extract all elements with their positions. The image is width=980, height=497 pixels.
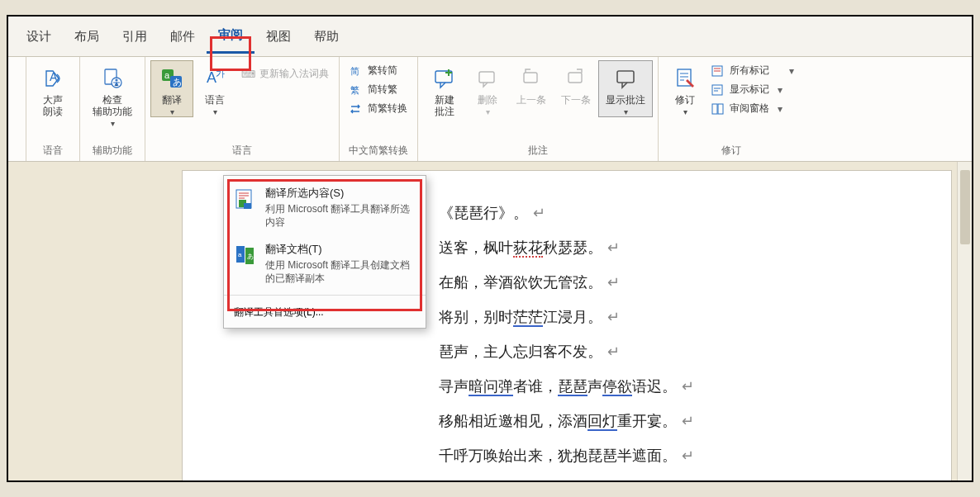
svg-text:가: 가 [216,69,225,78]
show-markup-dropdown[interactable]: 显示标记 ▾ [711,83,794,97]
translate-selection-item[interactable]: 翻译所选内容(S) 利用 Microsoft 翻译工具翻译所选内容 [234,184,416,230]
svg-text:あ: あ [173,77,182,87]
svg-rect-19 [712,85,722,95]
check-accessibility-button[interactable]: 检查 辅助功能 ▾ [85,60,140,129]
svg-rect-16 [617,71,634,83]
next-comment-icon [562,64,590,92]
dd-item-title: 翻译文档(T) [265,242,416,257]
to-simplified-button[interactable]: 简 繁转简 [350,64,407,78]
chevron-down-icon: ▾ [111,119,115,128]
svg-rect-21 [718,104,723,114]
track-changes-button[interactable]: 修订 ▾ [664,60,706,117]
tab-references[interactable]: 引用 [111,21,159,53]
translate-dropdown: 翻译所选内容(S) 利用 Microsoft 翻译工具翻译所选内容 aあ 翻译文… [223,175,426,329]
dropdown-separator [224,295,426,296]
traditional-icon: 繁 [350,83,363,97]
translate-button[interactable]: aあ 翻译 ▾ [150,60,193,117]
reviewing-pane-icon [711,102,725,116]
doc-line: 送客，枫叶荻花秋瑟瑟。↵ [439,230,902,265]
group-comments-label: 批注 [418,144,658,161]
track-changes-icon [671,64,699,92]
chevron-down-icon: ▾ [486,107,490,116]
svg-text:繁: 繁 [350,85,359,95]
show-comments-button[interactable]: 显示批注 ▾ [598,60,653,117]
read-aloud-button[interactable]: A 大声 朗读 [31,60,74,118]
chevron-down-icon: ▾ [170,107,174,116]
translate-document-item[interactable]: aあ 翻译文档(T) 使用 Microsoft 翻译工具创建文档的已翻译副本 [234,240,416,286]
dd-item-desc: 利用 Microsoft 翻译工具翻译所选内容 [265,202,416,229]
tab-design[interactable]: 设计 [15,21,63,53]
doc-line: 寻声暗问弹者谁，琵琶声停欲语迟。↵ [439,369,902,404]
new-comment-button[interactable]: 新建 批注 [423,60,466,118]
doc-line: 《琵琶行》。↵ [439,196,902,230]
chevron-down-icon: ▾ [624,107,628,116]
read-aloud-icon: A [39,64,67,92]
group-language-label: 语言 [145,144,339,161]
doc-line: 转轴拨弦三两声，未成曲调先有情。↵ [439,473,902,480]
tab-view[interactable]: 视图 [255,21,302,53]
document-area: 《琵琶行》。↵ 送客，枫叶荻花秋瑟瑟。↵ 在船，举酒欲饮无管弦。↵ 将别，别时茫… [8,162,972,480]
convert-icon [350,102,363,116]
tab-review[interactable]: 审阅 [207,19,255,54]
dd-item-desc: 使用 Microsoft 翻译工具创建文档的已翻译副本 [265,258,416,285]
to-traditional-button[interactable]: 繁 简转繁 [350,83,407,97]
chevron-down-icon: ▾ [213,107,217,116]
ime-icon: ⌨ [241,68,255,81]
doc-line: 移船相近邀相见，添酒回灯重开宴。↵ [439,404,902,438]
translate-document-icon: aあ [234,244,257,267]
svg-rect-24 [244,203,251,209]
delete-comment-button[interactable]: 删除 ▾ [466,60,509,117]
group-accessibility-label: 辅助功能 [80,144,145,161]
reviewing-pane-dropdown[interactable]: 审阅窗格 ▾ [711,102,794,116]
svg-text:简: 简 [350,66,359,76]
show-markup-icon [711,83,725,97]
translate-icon: aあ [158,64,186,92]
translator-preferences-item[interactable]: 翻译工具首选项(L)... [224,297,426,328]
svg-rect-14 [524,73,537,83]
translate-selection-icon [234,187,257,211]
prev-comment-icon [517,64,545,92]
svg-text:あ: あ [247,253,254,260]
group-chinese-label: 中文简繁转换 [340,144,417,161]
next-comment-button[interactable]: 下一条 [554,60,598,106]
update-ime-button[interactable]: ⌨ 更新输入法词典 [241,67,329,81]
tab-help[interactable]: 帮助 [302,21,350,53]
doc-line: 在船，举酒欲饮无管弦。↵ [439,265,902,300]
vertical-scrollbar[interactable] [957,162,972,480]
svg-rect-15 [568,73,582,83]
doc-line: 将别，别时茫茫江浸月。↵ [439,300,902,334]
ribbon-tabs: 设计 布局 引用 邮件 审阅 视图 帮助 [8,17,972,56]
delete-comment-icon [473,64,502,92]
chevron-down-icon: ▾ [778,103,783,115]
sc-tc-convert-button[interactable]: 简繁转换 [350,102,407,116]
language-button[interactable]: A가 语言 ▾ [193,60,236,117]
ribbon: A 大声 朗读 语音 检查 辅助功能 ▾ 辅助功能 [8,56,972,162]
display-for-review-dropdown[interactable]: 所有标记 ▾ [711,64,794,78]
svg-text:a: a [238,251,242,258]
scrollbar-thumb[interactable] [960,170,970,244]
doc-line: 千呼万唤始出来，犹抱琵琶半遮面。↵ [439,438,902,473]
dd-item-title: 翻译所选内容(S) [265,186,416,201]
chevron-down-icon: ▾ [778,84,783,96]
language-icon: A가 [201,64,229,92]
chevron-down-icon: ▾ [683,107,687,116]
svg-rect-13 [479,72,494,83]
svg-rect-20 [712,104,717,114]
stub-left [8,57,26,158]
markup-icon [711,64,725,78]
chevron-down-icon: ▾ [789,65,794,77]
group-speech-label: 语音 [26,144,79,161]
group-tracking-label: 修订 [659,144,804,161]
new-comment-icon [431,64,459,92]
doc-line: 琶声，主人忘归客不发。↵ [439,334,902,369]
show-comments-icon [611,64,640,92]
svg-text:a: a [164,70,170,80]
prev-comment-button[interactable]: 上一条 [509,60,554,106]
svg-text:A: A [50,70,58,83]
svg-point-3 [115,78,117,81]
tab-layout[interactable]: 布局 [63,21,111,53]
simplified-icon: 简 [350,64,363,78]
accessibility-icon [98,64,126,92]
tab-mailings[interactable]: 邮件 [159,21,207,53]
